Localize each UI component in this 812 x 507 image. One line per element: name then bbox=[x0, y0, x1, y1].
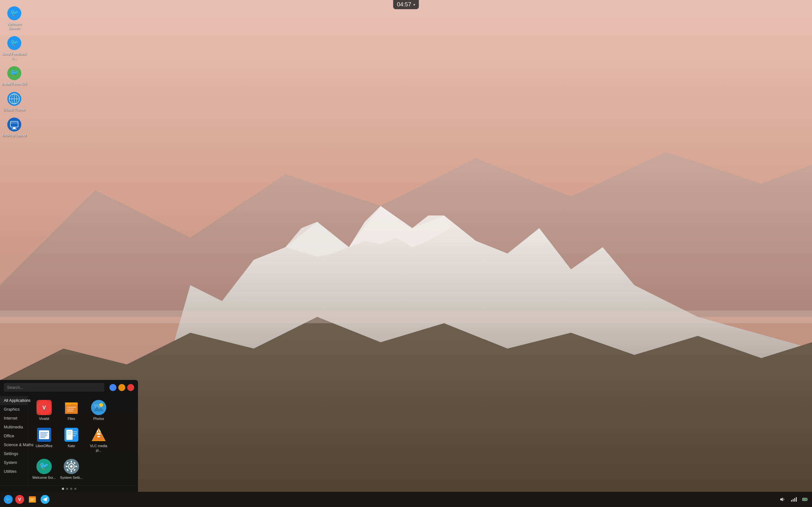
taskbar-left: 🐦 V bbox=[3, 494, 51, 505]
svg-rect-28 bbox=[67, 407, 76, 407]
clock-widget[interactable]: 04:57 ▾ bbox=[393, 0, 419, 9]
libreoffice-icon bbox=[37, 427, 52, 442]
svg-rect-44 bbox=[72, 434, 77, 434]
svg-rect-62 bbox=[66, 466, 67, 467]
svg-text:🐦: 🐦 bbox=[10, 38, 19, 47]
app-item-vivaldi[interactable]: V Vivaldi bbox=[31, 397, 57, 424]
launcher-body: All Applications Graphics Internet Multi… bbox=[0, 394, 138, 486]
clock-dropdown-arrow: ▾ bbox=[413, 3, 415, 7]
taskbar-tray-battery[interactable] bbox=[801, 495, 809, 504]
sidebar-item-system[interactable]: System bbox=[0, 458, 28, 467]
kate-label: Kate bbox=[68, 444, 75, 448]
svg-rect-27 bbox=[65, 402, 71, 405]
welcome-screen-label: Welcome Screen bbox=[2, 22, 27, 31]
vlc-icon bbox=[91, 427, 106, 442]
svg-point-59 bbox=[70, 465, 72, 468]
svg-marker-77 bbox=[780, 498, 783, 501]
sidebar-item-office[interactable]: Office bbox=[0, 432, 28, 441]
svg-rect-47 bbox=[67, 434, 71, 434]
app-item-files[interactable]: Files bbox=[58, 397, 84, 424]
app-item-photos[interactable]: Photos bbox=[86, 397, 112, 424]
taskbar-right bbox=[778, 495, 809, 504]
install-feren-icon: 🐦 bbox=[7, 66, 22, 81]
top-clock-bar: 04:57 ▾ bbox=[393, 0, 419, 9]
svg-text:🐦: 🐦 bbox=[10, 9, 19, 17]
app-item-libreoffice[interactable]: LibreOffice bbox=[31, 425, 57, 455]
sidebar-item-internet[interactable]: Internet bbox=[0, 414, 28, 423]
send-feedback-icon: 🐦 bbox=[7, 36, 22, 51]
app-item-vlc[interactable]: VLC media pl... bbox=[86, 425, 112, 455]
launcher-dot-1[interactable] bbox=[62, 488, 64, 490]
libreoffice-label: LibreOffice bbox=[36, 444, 53, 448]
app-item-welcome-screen[interactable]: 🐦 Welcome Scr... bbox=[31, 456, 57, 482]
svg-rect-42 bbox=[66, 430, 72, 440]
taskbar-start-button[interactable]: 🐦 bbox=[3, 494, 14, 505]
desktop-icon-global-theme[interactable]: Global Theme bbox=[0, 89, 29, 114]
desktop-icon-welcome-screen[interactable]: 🐦 Welcome Screen bbox=[0, 3, 29, 33]
svg-rect-30 bbox=[67, 411, 73, 411]
svg-rect-79 bbox=[793, 499, 794, 502]
sidebar-item-utilities[interactable]: Utilities bbox=[0, 467, 28, 476]
app-item-system-settings[interactable]: System Setti... bbox=[58, 456, 84, 482]
taskbar-app-vivaldi[interactable]: V bbox=[14, 494, 26, 505]
launcher-icon-red[interactable] bbox=[127, 384, 134, 391]
desktop-icon-send-feedback[interactable]: 🐦 Send Feedback o... bbox=[0, 33, 29, 63]
welcome-screen-icon: 🐦 bbox=[7, 6, 22, 21]
launcher-dot-2[interactable] bbox=[66, 488, 68, 490]
sidebar-item-multimedia[interactable]: Multimedia bbox=[0, 423, 28, 432]
send-feedback-label: Send Feedback o... bbox=[2, 52, 27, 60]
launcher-page-dots bbox=[0, 488, 138, 490]
svg-rect-51 bbox=[97, 436, 100, 437]
svg-rect-45 bbox=[72, 435, 76, 436]
svg-rect-75 bbox=[30, 500, 33, 501]
files-label: Files bbox=[67, 417, 75, 421]
taskbar: 🐦 V bbox=[0, 492, 812, 507]
system-settings-label: System Setti... bbox=[60, 475, 83, 480]
taskbar-app-files[interactable] bbox=[27, 494, 38, 505]
svg-rect-83 bbox=[807, 499, 808, 500]
svg-rect-6 bbox=[0, 311, 812, 323]
sidebar-item-settings[interactable]: Settings bbox=[0, 449, 28, 458]
app-item-kate[interactable]: Kate bbox=[58, 425, 84, 455]
vivaldi-label: Vivaldi bbox=[39, 417, 49, 421]
files-icon bbox=[64, 400, 79, 415]
svg-rect-39 bbox=[40, 436, 46, 437]
taskbar-app-telegram[interactable] bbox=[39, 494, 51, 505]
launcher-apps-grid: V Vivaldi Files bbox=[28, 394, 138, 486]
sidebar-item-graphics[interactable]: Graphics bbox=[0, 405, 28, 414]
svg-text:V: V bbox=[18, 497, 21, 502]
svg-rect-21 bbox=[13, 127, 15, 129]
desktop-layout-label: Desktop Layout bbox=[2, 133, 26, 137]
launcher-footer bbox=[0, 486, 138, 492]
desktop-icon-desktop-layout[interactable]: Desktop Layout bbox=[0, 114, 29, 140]
svg-rect-84 bbox=[803, 499, 806, 500]
photos-icon bbox=[91, 400, 106, 415]
desktop-layout-icon bbox=[7, 117, 22, 132]
svg-text:🐦: 🐦 bbox=[10, 68, 19, 77]
global-theme-label: Global Theme bbox=[3, 108, 26, 112]
svg-rect-40 bbox=[40, 437, 45, 438]
launcher-header bbox=[0, 380, 138, 394]
taskbar-tray-network[interactable] bbox=[789, 495, 798, 504]
desktop-icon-install-feren[interactable]: 🐦 Install Feren OS bbox=[0, 63, 29, 89]
svg-rect-37 bbox=[40, 434, 47, 434]
launcher-dot-4[interactable] bbox=[74, 488, 77, 490]
sidebar-item-science-maths[interactable]: Science & Maths bbox=[0, 441, 28, 449]
launcher-icon-blue[interactable] bbox=[109, 384, 116, 391]
svg-rect-81 bbox=[796, 497, 797, 502]
svg-rect-50 bbox=[97, 434, 101, 435]
system-settings-icon bbox=[64, 459, 79, 474]
svg-rect-46 bbox=[67, 432, 71, 432]
sidebar-item-all-applications[interactable]: All Applications bbox=[0, 396, 28, 405]
launcher-dot-3[interactable] bbox=[70, 488, 72, 490]
launcher-search-input[interactable] bbox=[4, 383, 104, 392]
svg-point-18 bbox=[7, 118, 21, 131]
vivaldi-icon: V bbox=[37, 400, 52, 415]
svg-rect-36 bbox=[40, 432, 48, 433]
svg-rect-80 bbox=[794, 498, 795, 502]
taskbar-tray-volume[interactable] bbox=[778, 495, 786, 504]
app-launcher: All Applications Graphics Internet Multi… bbox=[0, 380, 138, 492]
launcher-icon-orange[interactable] bbox=[118, 384, 125, 391]
vlc-label: VLC media pl... bbox=[87, 444, 110, 452]
kate-icon bbox=[64, 427, 79, 442]
